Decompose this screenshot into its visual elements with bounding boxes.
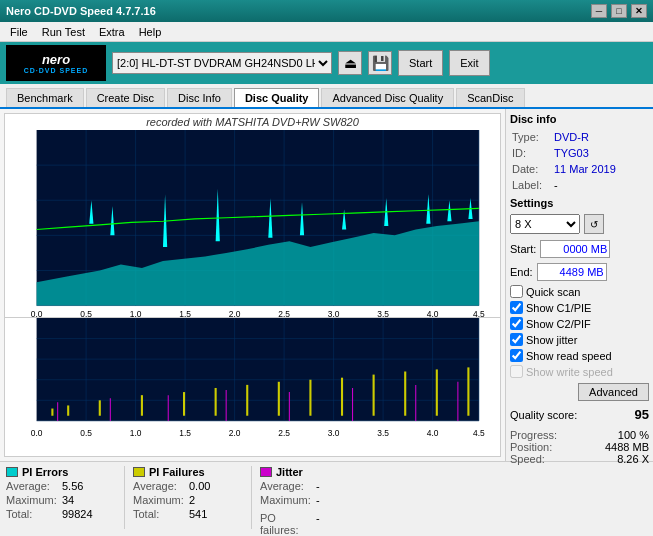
tab-create-disc[interactable]: Create Disc (86, 88, 165, 107)
svg-text:4.0: 4.0 (427, 309, 439, 317)
upper-chart-svg: 50 40 30 20 10 20 16 12 8 4 0.0 0.5 1.0 … (5, 130, 500, 317)
svg-text:0.0: 0.0 (31, 309, 43, 317)
svg-text:3.5: 3.5 (377, 429, 389, 439)
svg-text:4.5: 4.5 (473, 309, 485, 317)
minimize-button[interactable]: ─ (591, 4, 607, 18)
drive-select[interactable]: [2:0] HL-DT-ST DVDRAM GH24NSD0 LH00 (112, 52, 332, 74)
lower-chart: 10 8 6 4 2 10 8 6 4 2 0.0 0.5 1.0 1.5 (5, 318, 500, 452)
show-read-speed-checkbox[interactable] (510, 349, 523, 362)
svg-text:1.0: 1.0 (130, 309, 142, 317)
tab-disc-info[interactable]: Disc Info (167, 88, 232, 107)
position-label: Position: (510, 441, 552, 453)
svg-text:10: 10 (22, 318, 32, 324)
chart-title: recorded with MATSHITA DVD+RW SW820 (5, 114, 500, 130)
pi-failures-total-label: Total: (133, 508, 185, 520)
show-c2pif-label: Show C2/PIF (526, 318, 591, 330)
eject-icon[interactable]: ⏏ (338, 51, 362, 75)
maximize-button[interactable]: □ (611, 4, 627, 18)
pi-failures-total-row: Total: 541 (133, 508, 243, 520)
show-c1pie-checkbox-label[interactable]: Show C1/PIE (510, 301, 649, 314)
show-write-speed-checkbox (510, 365, 523, 378)
svg-text:6: 6 (484, 356, 489, 366)
pi-failures-group: PI Failures Average: 0.00 Maximum: 2 Tot… (133, 466, 243, 529)
pi-failures-color (133, 467, 145, 477)
app-title: Nero CD-DVD Speed 4.7.7.16 (6, 5, 156, 17)
svg-text:4: 4 (27, 376, 32, 386)
svg-text:2.5: 2.5 (278, 309, 290, 317)
position-row: Position: 4488 MB (510, 441, 649, 453)
svg-text:4.0: 4.0 (427, 429, 439, 439)
svg-text:8: 8 (27, 335, 32, 345)
jitter-group: Jitter Average: - Maximum: - PO failures… (260, 466, 370, 529)
quick-scan-checkbox[interactable] (510, 285, 523, 298)
pi-failures-avg-value: 0.00 (189, 480, 210, 492)
close-button[interactable]: ✕ (631, 4, 647, 18)
pi-errors-total-row: Total: 99824 (6, 508, 116, 520)
show-jitter-checkbox-label[interactable]: Show jitter (510, 333, 649, 346)
tab-scandisc[interactable]: ScanDisc (456, 88, 524, 107)
svg-text:3.0: 3.0 (328, 429, 340, 439)
svg-text:2.0: 2.0 (229, 429, 241, 439)
start-label: Start: (510, 243, 536, 255)
jitter-max-label: Maximum: (260, 494, 312, 506)
show-write-speed-label: Show write speed (526, 366, 613, 378)
svg-text:2.5: 2.5 (278, 429, 290, 439)
speed-row: Speed: 8.26 X (510, 453, 649, 465)
svg-text:4: 4 (484, 267, 489, 278)
svg-text:10: 10 (484, 318, 494, 324)
menu-extra[interactable]: Extra (93, 25, 131, 39)
end-row: End: (510, 263, 649, 281)
svg-text:4: 4 (484, 376, 489, 386)
end-input[interactable] (537, 263, 607, 281)
window-controls: ─ □ ✕ (591, 4, 647, 18)
show-read-speed-checkbox-label[interactable]: Show read speed (510, 349, 649, 362)
jitter-color (260, 467, 272, 477)
menu-runtest[interactable]: Run Test (36, 25, 91, 39)
quick-scan-checkbox-label[interactable]: Quick scan (510, 285, 649, 298)
svg-text:3.5: 3.5 (377, 309, 389, 317)
progress-section: Progress: 100 % Position: 4488 MB Speed:… (510, 429, 649, 465)
speed-label: Speed: (510, 453, 545, 465)
pi-failures-maximum-row: Maximum: 2 (133, 494, 243, 506)
start-button[interactable]: Start (398, 50, 443, 76)
po-failures-row: PO failures: - (260, 512, 370, 536)
show-jitter-checkbox[interactable] (510, 333, 523, 346)
jitter-label: Jitter (276, 466, 303, 478)
svg-text:30: 30 (22, 196, 31, 207)
svg-text:0.0: 0.0 (31, 429, 43, 439)
tab-disc-quality[interactable]: Disc Quality (234, 88, 320, 107)
svg-rect-47 (37, 318, 479, 421)
nero-logo: nero CD·DVD SPEED (6, 45, 106, 81)
exit-button[interactable]: Exit (449, 50, 489, 76)
show-c2pif-checkbox[interactable] (510, 317, 523, 330)
nero-text: nero (42, 52, 70, 67)
disc-info-title: Disc info (510, 113, 649, 125)
svg-text:3.0: 3.0 (328, 309, 340, 317)
separator-1 (124, 466, 125, 529)
refresh-button[interactable]: ↺ (584, 214, 604, 234)
pi-errors-group: PI Errors Average: 5.56 Maximum: 34 Tota… (6, 466, 116, 529)
upper-chart: 50 40 30 20 10 20 16 12 8 4 0.0 0.5 1.0 … (5, 130, 500, 318)
tab-benchmark[interactable]: Benchmark (6, 88, 84, 107)
start-input[interactable] (540, 240, 610, 258)
right-panel: Disc info Type: DVD-R ID: TYG03 Date: 11… (505, 109, 653, 461)
pi-errors-max-label: Maximum: (6, 494, 58, 506)
speed-select[interactable]: 8 X (510, 214, 580, 234)
svg-text:8: 8 (484, 335, 489, 345)
show-c2pif-checkbox-label[interactable]: Show C2/PIF (510, 317, 649, 330)
menu-help[interactable]: Help (133, 25, 168, 39)
save-icon[interactable]: 💾 (368, 51, 392, 75)
po-failures-value: - (316, 512, 320, 536)
advanced-button[interactable]: Advanced (578, 383, 649, 401)
tab-advanced-disc-quality[interactable]: Advanced Disc Quality (321, 88, 454, 107)
position-value: 4488 MB (605, 441, 649, 453)
svg-text:2: 2 (484, 397, 489, 407)
svg-text:2: 2 (27, 397, 32, 407)
pi-errors-color (6, 467, 18, 477)
menu-file[interactable]: File (4, 25, 34, 39)
svg-text:1.5: 1.5 (179, 309, 191, 317)
separator-2 (251, 466, 252, 529)
toolbar: nero CD·DVD SPEED [2:0] HL-DT-ST DVDRAM … (0, 42, 653, 84)
show-c1pie-checkbox[interactable] (510, 301, 523, 314)
jitter-avg-value: - (316, 480, 320, 492)
